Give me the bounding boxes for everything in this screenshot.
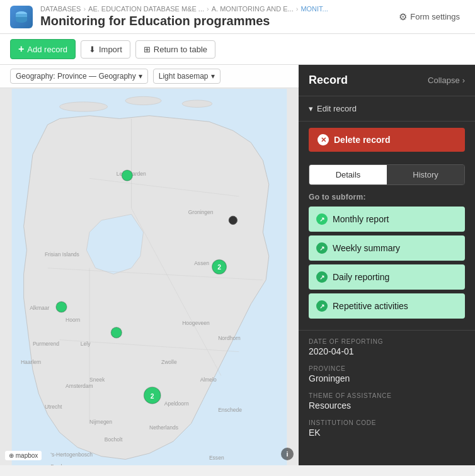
svg-text:Breda: Breda (50, 463, 65, 465)
field-institution-label: INSTITUTION CODE (309, 419, 465, 426)
geography-filter-label: Geography: Province — Geography (16, 72, 136, 81)
edit-record-row[interactable]: ▾ Edit record (309, 104, 465, 113)
toolbar: + Add record ⬇ Import ⊞ Return to table (0, 34, 475, 65)
info-icon: i (286, 450, 288, 458)
svg-text:Nijmegen: Nijmegen (89, 419, 112, 425)
form-settings-label: Form settings (410, 12, 460, 21)
app-header: DATABASES › AE. EDUCATION DATABASE M&E .… (0, 0, 475, 34)
breadcrumb-databases[interactable]: DATABASES (40, 5, 81, 13)
subform-weekly-label: Weekly summary (333, 243, 400, 253)
svg-text:Essen: Essen (209, 455, 224, 461)
subform-repetitive-label: Repetitive activities (333, 301, 408, 311)
breadcrumb-current: MONIT... (300, 5, 328, 13)
subform-section: Go to subform: ↗ Monthly report ↗ Weekly… (299, 185, 475, 330)
tab-history[interactable]: History (387, 165, 464, 184)
svg-text:Utrecht: Utrecht (45, 404, 62, 410)
subform-repetitive-icon: ↗ (316, 300, 328, 312)
svg-text:Bocholt: Bocholt (105, 436, 123, 443)
panel-header: Record Collapse › (299, 65, 475, 96)
cancel-x-icon: ✕ (318, 134, 329, 145)
mapbox-logo: ⊕ mapbox (9, 452, 38, 459)
subform-repetitive-activities-button[interactable]: ↗ Repetitive activities (309, 293, 465, 319)
svg-point-39 (122, 170, 132, 181)
details-section: DATE OF REPORTING 2020-04-01 PROVINCE Gr… (299, 330, 475, 454)
field-province-value: Groningen (309, 373, 465, 383)
add-record-label: Add record (27, 45, 67, 54)
svg-text:Purmerend: Purmerend (33, 341, 59, 347)
svg-text:Haarlem: Haarlem (21, 359, 41, 365)
basemap-filter[interactable]: Light basemap ▾ (153, 69, 220, 84)
svg-text:Sneek: Sneek (89, 377, 105, 383)
svg-text:Nordhorn: Nordhorn (218, 335, 241, 341)
collapse-label: Collapse (428, 76, 460, 85)
mapbox-badge: ⊕ mapbox (5, 451, 42, 460)
field-province: PROVINCE Groningen (309, 365, 465, 383)
chevron-down-icon-2: ▾ (211, 72, 215, 81)
subform-weekly-icon: ↗ (316, 242, 328, 254)
svg-text:Hoorn: Hoorn (66, 317, 80, 323)
subform-weekly-summary-button[interactable]: ↗ Weekly summary (309, 235, 465, 261)
filter-bar: Geography: Province — Geography ▾ Light … (0, 65, 299, 88)
svg-point-44 (111, 327, 122, 338)
svg-point-43 (56, 302, 67, 312)
svg-text:Zwolle: Zwolle (161, 359, 177, 365)
svg-point-3 (125, 96, 161, 105)
import-label: Import (99, 45, 122, 54)
tab-details[interactable]: Details (309, 165, 387, 184)
svg-text:Amsterdam: Amsterdam (66, 383, 93, 389)
breadcrumb: DATABASES › AE. EDUCATION DATABASE M&E .… (40, 5, 386, 13)
svg-point-40 (229, 216, 237, 224)
chevron-down-icon: ▾ (139, 72, 142, 81)
main-content: Geography: Province — Geography ▾ Light … (0, 65, 475, 465)
svg-text:'s-Hertogenbosch: 's-Hertogenbosch (50, 451, 93, 458)
field-theme-label: THEME OF ASSISTANCE (309, 392, 465, 399)
table-icon: ⊞ (144, 45, 151, 54)
subform-daily-reporting-button[interactable]: ↗ Daily reporting (309, 264, 465, 290)
form-settings-button[interactable]: ⚙ Form settings (394, 9, 465, 25)
field-institution-code: INSTITUTION CODE EK (309, 419, 465, 438)
breadcrumb-sep-2: › (207, 5, 209, 13)
add-record-button[interactable]: + Add record (10, 39, 76, 59)
return-to-table-button[interactable]: ⊞ Return to table (135, 40, 215, 59)
tabs-row: Details History (309, 164, 465, 185)
import-icon: ⬇ (89, 45, 96, 54)
collapse-button[interactable]: Collapse › (428, 76, 465, 85)
svg-text:Netherlands: Netherlands (149, 424, 178, 431)
breadcrumb-a[interactable]: A. MONITORING AND E... (212, 5, 294, 13)
svg-text:2: 2 (151, 393, 154, 400)
import-button[interactable]: ⬇ Import (81, 40, 130, 59)
svg-text:Enschede: Enschede (218, 407, 242, 413)
chevron-right-icon: › (462, 76, 465, 85)
delete-record-button[interactable]: ✕ Delete record (309, 128, 465, 152)
breadcrumb-sep-1: › (83, 5, 86, 13)
subform-section-label: Go to subform: (309, 193, 465, 201)
return-to-table-label: Return to table (154, 45, 207, 54)
field-date-label: DATE OF REPORTING (309, 338, 465, 345)
svg-text:Frisian Islands: Frisian Islands (45, 251, 79, 258)
field-theme: THEME OF ASSISTANCE Resources (309, 392, 465, 411)
plus-icon: + (18, 43, 24, 55)
chevron-down-edit-icon: ▾ (309, 104, 313, 113)
subform-daily-icon: ↗ (316, 271, 328, 283)
map-info-button[interactable]: i (281, 448, 294, 460)
svg-point-2 (60, 102, 108, 111)
field-province-label: PROVINCE (309, 365, 465, 372)
svg-text:Assen: Assen (194, 260, 209, 266)
map-area[interactable]: Geography: Province — Geography ▾ Light … (0, 65, 299, 465)
svg-point-4 (182, 100, 212, 107)
subform-monthly-label: Monthly report (333, 214, 389, 224)
geography-filter[interactable]: Geography: Province — Geography ▾ (10, 69, 148, 84)
svg-text:Apeldoorn: Apeldoorn (164, 400, 189, 407)
settings-gear-icon: ⚙ (399, 11, 407, 23)
subform-monthly-icon: ↗ (316, 213, 328, 225)
breadcrumb-ae[interactable]: AE. EDUCATION DATABASE M&E ... (88, 5, 204, 13)
svg-text:Almelo: Almelo (200, 377, 217, 383)
subform-monthly-report-button[interactable]: ↗ Monthly report (309, 207, 465, 232)
page-title: Monitoring for Education programmes (40, 14, 386, 28)
svg-text:Hoogeveen: Hoogeveen (182, 320, 210, 326)
app-icon (10, 6, 33, 28)
breadcrumb-sep-3: › (296, 5, 299, 13)
field-theme-value: Resources (309, 400, 465, 411)
edit-record-section: ▾ Edit record (299, 96, 475, 122)
svg-text:Lely: Lely (81, 341, 91, 347)
